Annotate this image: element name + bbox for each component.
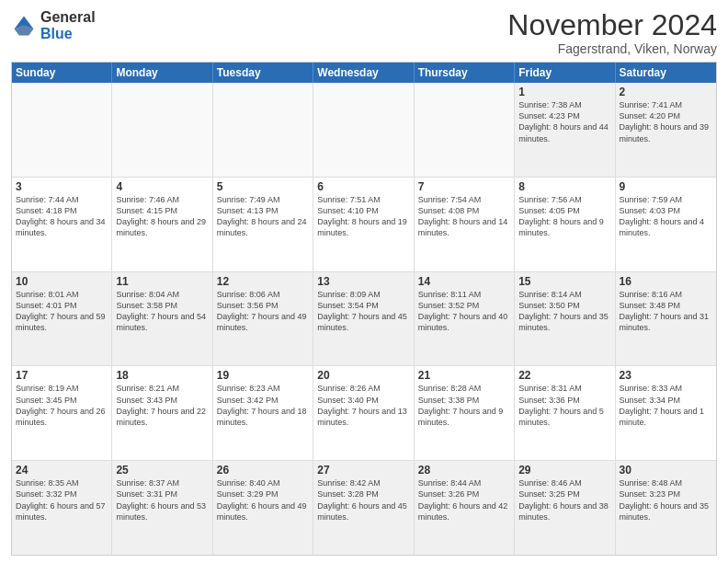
day-number: 14 [418,275,510,288]
cal-cell-r0-c2 [213,83,313,177]
cal-cell-r4-c4: 28Sunrise: 8:44 AM Sunset: 3:26 PM Dayli… [415,461,515,555]
cal-cell-r0-c0 [12,83,112,177]
day-details: Sunrise: 8:35 AM Sunset: 3:32 PM Dayligh… [16,477,108,523]
header-day-saturday: Saturday [616,63,716,83]
cal-cell-r4-c0: 24Sunrise: 8:35 AM Sunset: 3:32 PM Dayli… [12,461,112,555]
day-details: Sunrise: 8:14 AM Sunset: 3:50 PM Dayligh… [518,289,610,334]
cal-cell-r3-c3: 20Sunrise: 8:26 AM Sunset: 3:40 PM Dayli… [313,366,414,460]
day-details: Sunrise: 8:44 AM Sunset: 3:26 PM Dayligh… [418,477,510,523]
day-number: 13 [317,275,409,288]
cal-cell-r0-c5: 1Sunrise: 7:38 AM Sunset: 4:23 PM Daylig… [515,83,615,177]
calendar-row-4: 24Sunrise: 8:35 AM Sunset: 3:32 PM Dayli… [12,461,716,555]
calendar: SundayMondayTuesdayWednesdayThursdayFrid… [11,62,717,556]
cal-cell-r1-c2: 5Sunrise: 7:49 AM Sunset: 4:13 PM Daylig… [213,178,313,271]
day-number: 27 [317,464,409,477]
cal-cell-r2-c0: 10Sunrise: 8:01 AM Sunset: 4:01 PM Dayli… [12,272,112,366]
day-details: Sunrise: 7:44 AM Sunset: 4:18 PM Dayligh… [16,194,108,239]
day-number: 9 [620,180,712,193]
day-number: 26 [217,464,309,477]
day-details: Sunrise: 8:42 AM Sunset: 3:28 PM Dayligh… [317,477,409,523]
logo-blue-text: Blue [40,26,73,41]
cal-cell-r1-c4: 7Sunrise: 7:54 AM Sunset: 4:08 PM Daylig… [415,178,515,271]
cal-cell-r1-c1: 4Sunrise: 7:46 AM Sunset: 4:15 PM Daylig… [112,178,212,271]
calendar-body: 1Sunrise: 7:38 AM Sunset: 4:23 PM Daylig… [12,83,716,555]
day-details: Sunrise: 8:11 AM Sunset: 3:52 PM Dayligh… [418,289,510,334]
calendar-header: SundayMondayTuesdayWednesdayThursdayFrid… [12,63,716,83]
day-number: 25 [116,464,208,477]
day-details: Sunrise: 8:26 AM Sunset: 3:40 PM Dayligh… [317,383,409,428]
cal-cell-r0-c6: 2Sunrise: 7:41 AM Sunset: 4:20 PM Daylig… [616,83,716,177]
cal-cell-r0-c3 [313,83,414,177]
cal-cell-r0-c1 [112,83,212,177]
day-number: 1 [518,86,610,98]
day-details: Sunrise: 7:59 AM Sunset: 4:03 PM Dayligh… [620,194,712,239]
day-details: Sunrise: 8:16 AM Sunset: 3:48 PM Dayligh… [620,289,712,334]
cal-cell-r3-c1: 18Sunrise: 8:21 AM Sunset: 3:43 PM Dayli… [112,366,212,460]
header-day-sunday: Sunday [12,63,112,83]
day-number: 6 [317,180,409,193]
day-details: Sunrise: 7:46 AM Sunset: 4:15 PM Dayligh… [116,194,208,239]
header-day-thursday: Thursday [415,63,515,83]
cal-cell-r3-c2: 19Sunrise: 8:23 AM Sunset: 3:42 PM Dayli… [213,366,313,460]
day-details: Sunrise: 7:49 AM Sunset: 4:13 PM Dayligh… [217,194,309,239]
day-number: 12 [217,275,309,288]
day-number: 30 [620,464,712,477]
day-details: Sunrise: 7:41 AM Sunset: 4:20 PM Dayligh… [620,99,712,144]
day-details: Sunrise: 8:31 AM Sunset: 3:36 PM Dayligh… [518,383,610,428]
day-number: 20 [317,369,409,382]
cal-cell-r2-c6: 16Sunrise: 8:16 AM Sunset: 3:48 PM Dayli… [616,272,716,366]
day-number: 21 [418,369,510,382]
day-number: 11 [116,275,208,288]
day-details: Sunrise: 8:21 AM Sunset: 3:43 PM Dayligh… [116,383,208,428]
cal-cell-r0-c4 [415,83,515,177]
cal-cell-r4-c3: 27Sunrise: 8:42 AM Sunset: 3:28 PM Dayli… [313,461,414,555]
day-number: 2 [620,86,712,98]
day-number: 3 [16,180,108,193]
calendar-row-1: 3Sunrise: 7:44 AM Sunset: 4:18 PM Daylig… [12,178,716,272]
cal-cell-r3-c6: 23Sunrise: 8:33 AM Sunset: 3:34 PM Dayli… [616,366,716,460]
cal-cell-r1-c5: 8Sunrise: 7:56 AM Sunset: 4:05 PM Daylig… [515,178,615,271]
cal-cell-r4-c2: 26Sunrise: 8:40 AM Sunset: 3:29 PM Dayli… [213,461,313,555]
day-number: 8 [518,180,610,193]
cal-cell-r2-c5: 15Sunrise: 8:14 AM Sunset: 3:50 PM Dayli… [515,272,615,366]
logo-icon [11,13,37,39]
day-number: 22 [518,369,610,382]
header-day-friday: Friday [515,63,615,83]
day-number: 28 [418,464,510,477]
calendar-row-0: 1Sunrise: 7:38 AM Sunset: 4:23 PM Daylig… [12,83,716,178]
title-block: November 2024 Fagerstrand, Viken, Norway [507,9,717,56]
day-details: Sunrise: 8:33 AM Sunset: 3:34 PM Dayligh… [620,383,712,428]
day-number: 23 [620,369,712,382]
cal-cell-r3-c4: 21Sunrise: 8:28 AM Sunset: 3:38 PM Dayli… [415,366,515,460]
month-title: November 2024 [507,9,717,41]
page-container: General Blue November 2024 Fagerstrand, … [0,0,728,563]
day-details: Sunrise: 7:38 AM Sunset: 4:23 PM Dayligh… [518,99,610,144]
day-number: 24 [16,464,108,477]
calendar-row-2: 10Sunrise: 8:01 AM Sunset: 4:01 PM Dayli… [12,272,716,367]
cal-cell-r2-c4: 14Sunrise: 8:11 AM Sunset: 3:52 PM Dayli… [415,272,515,366]
cal-cell-r3-c0: 17Sunrise: 8:19 AM Sunset: 3:45 PM Dayli… [12,366,112,460]
day-details: Sunrise: 8:01 AM Sunset: 4:01 PM Dayligh… [16,289,108,334]
day-details: Sunrise: 8:04 AM Sunset: 3:58 PM Dayligh… [116,289,208,334]
day-number: 10 [16,275,108,288]
day-details: Sunrise: 8:46 AM Sunset: 3:25 PM Dayligh… [518,477,610,523]
header-day-wednesday: Wednesday [313,63,414,83]
day-number: 19 [217,369,309,382]
day-number: 17 [16,369,108,382]
cal-cell-r3-c5: 22Sunrise: 8:31 AM Sunset: 3:36 PM Dayli… [515,366,615,460]
day-details: Sunrise: 8:06 AM Sunset: 3:56 PM Dayligh… [217,289,309,334]
day-details: Sunrise: 8:37 AM Sunset: 3:31 PM Dayligh… [116,477,208,523]
cal-cell-r2-c2: 12Sunrise: 8:06 AM Sunset: 3:56 PM Dayli… [213,272,313,366]
day-number: 29 [518,464,610,477]
header-day-monday: Monday [112,63,212,83]
day-number: 18 [116,369,208,382]
day-number: 16 [620,275,712,288]
cal-cell-r1-c0: 3Sunrise: 7:44 AM Sunset: 4:18 PM Daylig… [12,178,112,271]
calendar-row-3: 17Sunrise: 8:19 AM Sunset: 3:45 PM Dayli… [12,366,716,461]
day-details: Sunrise: 8:19 AM Sunset: 3:45 PM Dayligh… [16,383,108,428]
day-details: Sunrise: 8:23 AM Sunset: 3:42 PM Dayligh… [217,383,309,428]
cal-cell-r1-c3: 6Sunrise: 7:51 AM Sunset: 4:10 PM Daylig… [313,178,414,271]
day-details: Sunrise: 8:09 AM Sunset: 3:54 PM Dayligh… [317,289,409,334]
location-subtitle: Fagerstrand, Viken, Norway [507,41,717,56]
cal-cell-r4-c1: 25Sunrise: 8:37 AM Sunset: 3:31 PM Dayli… [112,461,212,555]
